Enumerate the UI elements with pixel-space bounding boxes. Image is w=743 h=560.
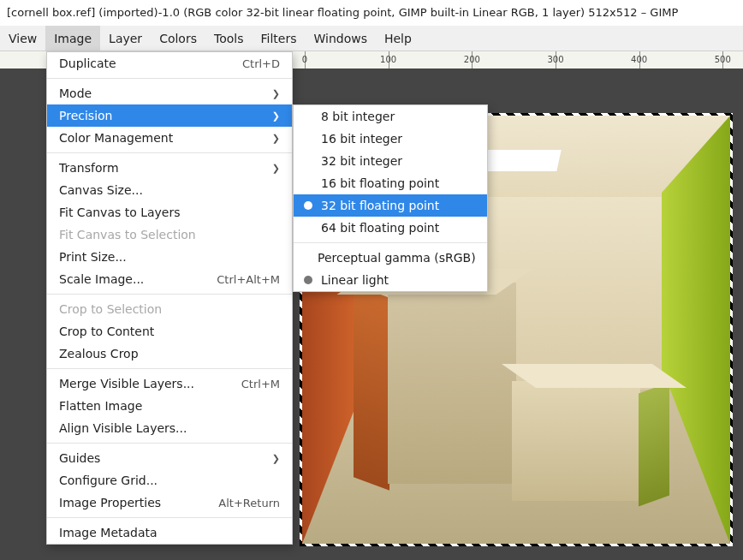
menu-item-label: Perceptual gamma (sRGB) <box>318 251 476 265</box>
menu-item-label: Crop to Selection <box>59 302 280 316</box>
menu-item-label: Linear light <box>321 273 475 287</box>
menu-item-label: Image Metadata <box>59 526 280 539</box>
menubar: ViewImageLayerColorsToolsFiltersWindowsH… <box>0 26 743 51</box>
menu-item-16-bit-integer[interactable]: 16 bit integer <box>294 128 487 150</box>
menu-item-label: Flatten Image <box>59 399 280 413</box>
ceiling-light <box>475 150 561 171</box>
menu-item-label: Transform <box>59 161 265 175</box>
chevron-right-icon: ❯ <box>272 163 280 174</box>
menu-separator <box>47 443 292 444</box>
menubar-item-image[interactable]: Image <box>45 26 100 51</box>
radio-indicator-icon <box>304 179 312 188</box>
menu-item-label: Merge Visible Layers... <box>59 377 235 390</box>
radio-indicator-icon <box>304 112 312 121</box>
menu-item-label: Mode <box>59 86 265 100</box>
menu-item-fit-canvas-to-selection: Fit Canvas to Selection <box>47 223 292 246</box>
menu-item-accelerator: Ctrl+Alt+M <box>217 273 280 286</box>
menu-item-label: Crop to Content <box>59 325 280 338</box>
menu-item-accelerator: Ctrl+D <box>242 57 280 70</box>
menu-separator <box>294 242 487 243</box>
ruler-label: 400 <box>631 55 647 64</box>
radio-indicator-icon <box>304 223 312 232</box>
menu-item-label: Scale Image... <box>59 272 210 286</box>
menu-item-print-size[interactable]: Print Size... <box>47 246 292 268</box>
menu-separator <box>47 78 292 79</box>
radio-indicator-icon <box>302 253 311 262</box>
menu-item-32-bit-floating-point[interactable]: 32 bit floating point <box>294 194 487 217</box>
menu-item-label: Duplicate <box>59 57 235 70</box>
menu-item-8-bit-integer[interactable]: 8 bit integer <box>294 105 487 128</box>
menu-item-color-management[interactable]: Color Management❯ <box>47 127 292 149</box>
ruler-label: 200 <box>464 55 480 64</box>
image-menu-dropdown: DuplicateCtrl+DMode❯Precision❯Color Mana… <box>46 51 293 545</box>
menu-item-duplicate[interactable]: DuplicateCtrl+D <box>47 52 292 74</box>
radio-indicator-icon <box>304 134 312 143</box>
menu-item-label: Fit Canvas to Layers <box>59 206 280 219</box>
tall-box <box>388 283 516 484</box>
radio-indicator-icon <box>304 201 312 210</box>
menu-item-label: Print Size... <box>59 250 280 264</box>
menubar-item-layer[interactable]: Layer <box>100 26 151 51</box>
menu-separator <box>47 152 292 153</box>
ruler-label: 100 <box>380 55 396 64</box>
menu-item-perceptual-gamma-srgb[interactable]: Perceptual gamma (sRGB) <box>294 247 487 269</box>
menubar-item-tools[interactable]: Tools <box>205 26 253 51</box>
menu-item-linear-light[interactable]: Linear light <box>294 269 487 291</box>
menu-item-16-bit-floating-point[interactable]: 16 bit floating point <box>294 172 487 194</box>
menu-item-label: Canvas Size... <box>59 183 280 197</box>
menu-item-transform[interactable]: Transform❯ <box>47 157 292 179</box>
chevron-right-icon: ❯ <box>272 110 280 122</box>
precision-submenu: 8 bit integer16 bit integer32 bit intege… <box>293 104 488 292</box>
menu-item-crop-to-content[interactable]: Crop to Content <box>47 320 292 343</box>
menubar-item-filters[interactable]: Filters <box>253 26 306 51</box>
menu-item-label: Configure Grid... <box>59 474 280 487</box>
menubar-item-colors[interactable]: Colors <box>151 26 205 51</box>
menu-item-image-metadata[interactable]: Image Metadata <box>47 521 292 544</box>
menu-item-label: Fit Canvas to Selection <box>59 228 280 241</box>
menubar-item-windows[interactable]: Windows <box>305 26 376 51</box>
radio-indicator-icon <box>304 276 312 284</box>
menubar-item-help[interactable]: Help <box>376 26 420 51</box>
menu-item-label: 32 bit floating point <box>321 199 475 212</box>
menu-item-accelerator: Alt+Return <box>218 497 280 509</box>
menu-item-precision[interactable]: Precision❯ <box>47 104 292 127</box>
menu-item-flatten-image[interactable]: Flatten Image <box>47 395 292 417</box>
menu-item-zealous-crop[interactable]: Zealous Crop <box>47 343 292 365</box>
short-box <box>512 381 640 501</box>
menu-separator <box>47 368 292 369</box>
menu-item-canvas-size[interactable]: Canvas Size... <box>47 179 292 201</box>
menu-item-label: Guides <box>59 451 265 465</box>
window-title: [cornell box.ref] (imported)-1.0 (RGB co… <box>0 0 743 26</box>
ruler-label: 0 <box>302 55 307 64</box>
menu-item-label: Image Properties <box>59 496 211 509</box>
menu-item-crop-to-selection: Crop to Selection <box>47 298 292 320</box>
menu-separator <box>47 517 292 518</box>
menu-item-mode[interactable]: Mode❯ <box>47 82 292 104</box>
ruler-label: 500 <box>715 55 731 64</box>
menubar-item-view[interactable]: View <box>0 26 45 51</box>
menu-item-label: Precision <box>59 109 265 122</box>
menu-item-configure-grid[interactable]: Configure Grid... <box>47 469 292 491</box>
ruler-label: 300 <box>547 55 563 64</box>
menu-item-image-properties[interactable]: Image PropertiesAlt+Return <box>47 491 292 514</box>
chevron-right-icon: ❯ <box>272 133 280 144</box>
menu-separator <box>47 294 292 295</box>
menu-item-guides[interactable]: Guides❯ <box>47 447 292 469</box>
menu-item-label: 64 bit floating point <box>321 221 475 235</box>
menu-item-label: Zealous Crop <box>59 347 280 360</box>
menu-item-label: 16 bit floating point <box>321 176 475 190</box>
menu-item-label: 16 bit integer <box>321 132 475 146</box>
menu-item-label: 32 bit integer <box>321 154 475 168</box>
menu-item-32-bit-integer[interactable]: 32 bit integer <box>294 150 487 172</box>
chevron-right-icon: ❯ <box>272 88 280 99</box>
menu-item-fit-canvas-to-layers[interactable]: Fit Canvas to Layers <box>47 201 292 223</box>
menu-item-accelerator: Ctrl+M <box>241 378 280 390</box>
menu-item-label: Align Visible Layers... <box>59 421 280 435</box>
menu-item-align-visible-layers[interactable]: Align Visible Layers... <box>47 417 292 439</box>
menu-item-merge-visible-layers[interactable]: Merge Visible Layers...Ctrl+M <box>47 372 292 395</box>
menu-item-64-bit-floating-point[interactable]: 64 bit floating point <box>294 217 487 239</box>
menu-item-scale-image[interactable]: Scale Image...Ctrl+Alt+M <box>47 268 292 290</box>
chevron-right-icon: ❯ <box>272 453 280 464</box>
radio-indicator-icon <box>304 157 312 165</box>
menu-item-label: 8 bit integer <box>321 110 475 123</box>
